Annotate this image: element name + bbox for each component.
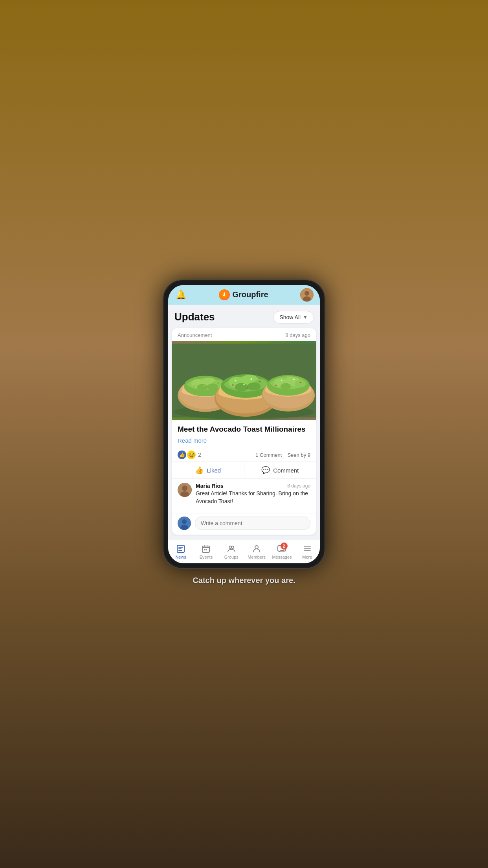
comment-time: 8 days ago <box>287 483 310 489</box>
post-time: 8 days ago <box>285 332 310 338</box>
phone-frame: 🔔 Groupfire <box>163 280 325 569</box>
members-icon <box>252 544 261 554</box>
like-emoji: 👍 <box>178 451 186 459</box>
read-more-link[interactable]: Read more <box>172 436 316 448</box>
svg-point-32 <box>232 384 234 386</box>
tab-more-label: More <box>302 555 312 559</box>
show-all-button[interactable]: Show All ▼ <box>273 311 314 324</box>
svg-point-2 <box>305 291 309 296</box>
bottom-caption: Catch up wherever you are. <box>185 569 303 589</box>
like-icon: 👍 <box>195 466 204 474</box>
svg-point-33 <box>247 387 249 388</box>
post-category: Announcement <box>178 332 212 338</box>
updates-title: Updates <box>174 311 215 323</box>
svg-point-13 <box>197 384 207 390</box>
svg-point-16 <box>211 380 213 382</box>
comment-item: Maria Rios 8 days ago Great Article! Tha… <box>178 483 310 505</box>
notification-bell[interactable]: 🔔 <box>174 289 187 301</box>
svg-point-30 <box>243 383 245 385</box>
svg-rect-64 <box>304 546 311 547</box>
laugh-emoji: 😂 <box>187 451 196 459</box>
seen-count: Seen by 9 <box>287 452 310 458</box>
more-icon <box>303 544 312 554</box>
post-card: Announcement 8 days ago <box>172 328 316 535</box>
show-all-label: Show All <box>279 314 301 320</box>
news-icon <box>176 544 185 554</box>
svg-point-29 <box>250 378 252 380</box>
comment-input-row <box>172 513 316 535</box>
svg-rect-57 <box>207 545 207 547</box>
groups-icon <box>227 544 236 554</box>
app-name: Groupfire <box>232 290 268 299</box>
tab-news[interactable]: News <box>168 540 193 563</box>
reaction-icons: 👍 😂 2 <box>178 451 201 459</box>
chevron-down-icon: ▼ <box>303 314 308 320</box>
comment-icon: 💬 <box>261 466 270 474</box>
tab-bar: News Events <box>168 540 320 563</box>
reaction-count: 2 <box>198 452 201 458</box>
comment-count: 1 Comment <box>255 452 282 458</box>
main-content: Updates Show All ▼ Announcement 8 days a… <box>168 305 320 563</box>
tab-members-label: Members <box>248 555 266 559</box>
post-header: Announcement 8 days ago <box>172 328 316 341</box>
tab-more[interactable]: More <box>295 540 320 563</box>
svg-point-27 <box>247 382 261 390</box>
top-bar: 🔔 Groupfire <box>168 285 320 305</box>
logo-section: Groupfire <box>219 289 268 300</box>
post-meta: 1 Comment Seen by 9 <box>255 452 310 458</box>
svg-point-44 <box>275 384 277 386</box>
comment-input[interactable] <box>195 517 310 530</box>
svg-rect-59 <box>205 549 207 550</box>
svg-point-26 <box>235 383 248 391</box>
svg-rect-53 <box>178 548 182 549</box>
post-title: Meet the Avocado Toast Millionaires <box>172 420 316 436</box>
svg-point-19 <box>194 385 195 386</box>
svg-point-39 <box>295 380 306 388</box>
phone-screen: 🔔 Groupfire <box>168 285 320 563</box>
svg-point-40 <box>281 383 291 390</box>
svg-point-49 <box>182 519 187 524</box>
tab-messages-label: Messages <box>272 555 292 559</box>
tab-members[interactable]: Members <box>244 540 269 563</box>
comment-text: Great Article! Thanks for Sharing. Bring… <box>196 490 310 505</box>
updates-header: Updates Show All ▼ <box>168 305 320 328</box>
post-image <box>172 341 316 420</box>
tab-groups[interactable]: Groups <box>219 540 244 563</box>
liked-label: Liked <box>207 467 221 474</box>
tab-news-label: News <box>175 555 186 559</box>
tab-messages[interactable]: 2 Messages <box>269 540 294 563</box>
svg-point-17 <box>204 385 205 386</box>
svg-point-43 <box>300 381 301 383</box>
groupfire-logo-icon <box>219 289 230 300</box>
svg-point-15 <box>198 381 200 383</box>
action-buttons: 👍 Liked 💬 Comment <box>172 462 316 479</box>
comment-label: Comment <box>273 467 299 474</box>
bell-icon: 🔔 <box>176 290 186 300</box>
comment-section: Maria Rios 8 days ago Great Article! Tha… <box>172 479 316 513</box>
svg-point-28 <box>235 379 237 381</box>
tab-events[interactable]: Events <box>193 540 218 563</box>
current-user-avatar <box>178 517 191 530</box>
svg-point-61 <box>231 546 234 548</box>
svg-point-18 <box>218 383 219 384</box>
reactions-bar: 👍 😂 2 1 Comment Seen by 9 <box>172 448 316 462</box>
user-avatar[interactable] <box>300 288 314 302</box>
svg-point-41 <box>281 380 283 381</box>
svg-rect-65 <box>304 548 311 549</box>
svg-rect-52 <box>178 547 183 548</box>
svg-rect-66 <box>304 550 311 551</box>
comment-content: Maria Rios 8 days ago Great Article! Tha… <box>196 483 310 505</box>
messages-badge: 2 <box>281 542 288 550</box>
comment-header: Maria Rios 8 days ago <box>196 483 310 489</box>
svg-rect-56 <box>204 545 205 547</box>
tab-groups-label: Groups <box>224 555 238 559</box>
svg-point-46 <box>182 485 187 491</box>
svg-point-62 <box>255 546 258 549</box>
comment-author: Maria Rios <box>196 483 224 489</box>
svg-point-31 <box>259 381 261 382</box>
like-button[interactable]: 👍 Liked <box>172 462 244 478</box>
svg-rect-58 <box>204 549 205 550</box>
commenter-avatar <box>178 483 192 497</box>
comment-button[interactable]: 💬 Comment <box>244 462 316 478</box>
events-icon <box>201 544 211 554</box>
